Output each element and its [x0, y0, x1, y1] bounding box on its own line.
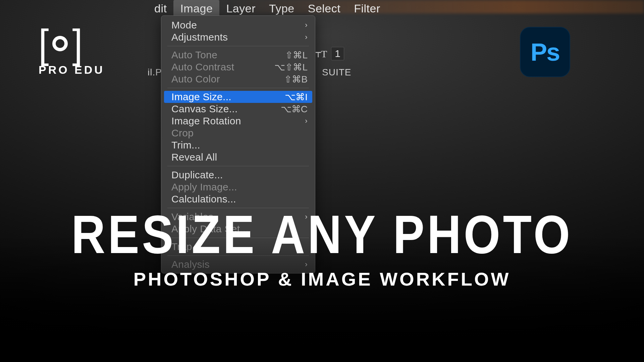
menu-filter[interactable]: Filter [347, 0, 387, 17]
proedu-text: PRO EDU [39, 63, 105, 76]
photoshop-logo: Ps [520, 27, 570, 77]
menu-item-image-size[interactable]: Image Size... ⌥⌘I [164, 91, 312, 103]
options-bar-fragment: ᴛT 1 il.PS [315, 47, 344, 60]
label: Mode [171, 19, 197, 31]
proedu-icon: [] [39, 27, 105, 60]
shortcut: ⇧⌘L [285, 50, 308, 61]
chevron-right-icon: › [305, 21, 308, 29]
separator [167, 46, 309, 46]
type-size-icon: ᴛT [315, 48, 327, 60]
menu-item-auto-color: Auto Color ⇧⌘B [161, 73, 315, 85]
shortcut: ⇧⌘B [284, 74, 308, 85]
label: Calculations... [171, 193, 236, 205]
type-size-field[interactable]: 1 [331, 47, 344, 60]
label: Canvas Size... [171, 103, 238, 115]
label: Auto Tone [171, 49, 217, 61]
menu-type[interactable]: Type [262, 0, 301, 17]
label: Crop [171, 127, 194, 139]
headline-title: RESIZE ANY PHOTO [0, 208, 644, 262]
chevron-right-icon: › [305, 117, 308, 125]
doc-tab-right: SUITE [322, 67, 351, 78]
menu-item-calculations[interactable]: Calculations... [161, 193, 315, 205]
menu-item-crop: Crop [161, 127, 315, 139]
ps-text: Ps [531, 38, 560, 66]
shortcut: ⌥⌘C [281, 104, 308, 115]
menu-item-trim[interactable]: Trim... [161, 139, 315, 151]
label: Image Size... [171, 91, 231, 103]
label: Auto Contrast [171, 61, 234, 73]
separator [167, 166, 309, 166]
menu-item-duplicate[interactable]: Duplicate... [161, 169, 315, 181]
menu-item-auto-contrast: Auto Contrast ⌥⇧⌘L [161, 61, 315, 73]
label: Reveal All [171, 152, 217, 163]
label: Apply Image... [171, 181, 237, 193]
menu-item-canvas-size[interactable]: Canvas Size... ⌥⌘C [161, 103, 315, 115]
label: Duplicate... [171, 169, 223, 181]
headline: RESIZE ANY PHOTO PHOTOSHOP & IMAGE WORKF… [0, 211, 644, 290]
menu-select[interactable]: Select [301, 0, 347, 17]
menu-image[interactable]: Image [173, 0, 219, 17]
headline-subtitle: PHOTOSHOP & IMAGE WORKFLOW [0, 268, 644, 290]
label: Image Rotation [171, 115, 241, 127]
menu-item-apply-image: Apply Image... [161, 181, 315, 193]
menu-layer[interactable]: Layer [219, 0, 262, 17]
chevron-right-icon: › [305, 33, 308, 42]
separator [167, 88, 309, 88]
menu-item-mode[interactable]: Mode › [161, 19, 315, 31]
label: Trim... [171, 139, 200, 151]
menu-item-image-rotation[interactable]: Image Rotation › [161, 115, 315, 127]
menu-item-adjustments[interactable]: Adjustments › [161, 31, 315, 43]
shortcut: ⌥⌘I [285, 92, 308, 103]
shortcut: ⌥⇧⌘L [274, 62, 308, 73]
menu-item-reveal-all[interactable]: Reveal All [161, 151, 315, 163]
label: Adjustments [171, 32, 228, 43]
menubar: dit Image Layer Type Select Filter [148, 0, 387, 17]
proedu-logo: [] PRO EDU [39, 27, 105, 76]
label: Auto Color [171, 73, 220, 85]
menu-item-auto-tone: Auto Tone ⇧⌘L [161, 49, 315, 61]
menu-edit[interactable]: dit [148, 0, 173, 17]
